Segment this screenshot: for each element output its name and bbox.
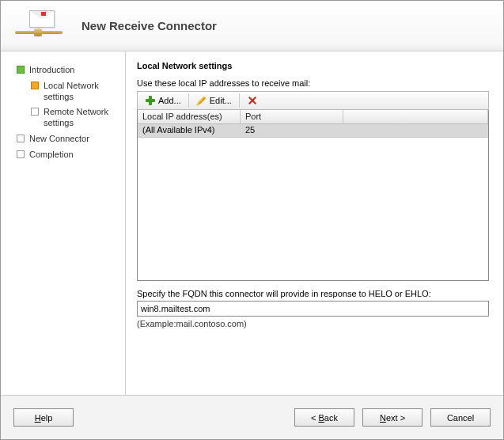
- add-button[interactable]: Add...: [139, 93, 187, 108]
- col-header-port[interactable]: Port: [241, 110, 343, 123]
- fqdn-label: Specify the FQDN this connector will pro…: [137, 289, 489, 298]
- ip-toolbar: Add... Edit...: [137, 91, 489, 110]
- step-current-icon: [31, 82, 39, 89]
- fqdn-example: (Example:mail.contoso.com): [137, 319, 489, 328]
- nav-step-local-network[interactable]: Local Network settings: [17, 78, 119, 105]
- pencil-icon: [196, 95, 207, 106]
- help-button[interactable]: Help: [13, 408, 74, 427]
- step-done-icon: [17, 66, 25, 74]
- wizard-page: Local Network settings Use these local I…: [126, 51, 503, 395]
- nav-step-introduction[interactable]: Introduction: [17, 63, 119, 78]
- wizard-title: New Receive Connector: [81, 19, 217, 32]
- step-pending-icon: [17, 150, 25, 158]
- plus-icon: [145, 95, 156, 106]
- back-button[interactable]: < Back: [294, 408, 354, 427]
- col-header-empty: [343, 110, 488, 123]
- step-pending-icon: [31, 108, 39, 116]
- fqdn-input[interactable]: [137, 301, 489, 317]
- cell-port: 25: [241, 124, 343, 137]
- nav-step-remote-network[interactable]: Remote Network settings: [17, 104, 119, 131]
- cell-ip: (All Available IPv4): [138, 124, 241, 137]
- wizard-header: New Receive Connector: [1, 1, 503, 51]
- step-pending-icon: [17, 135, 25, 142]
- grid-header: Local IP address(es) Port: [138, 110, 488, 124]
- nav-step-completion[interactable]: Completion: [17, 147, 119, 163]
- ip-address-grid[interactable]: Local IP address(es) Port (All Available…: [137, 110, 489, 281]
- next-button[interactable]: Next >: [362, 408, 423, 427]
- table-row[interactable]: (All Available IPv4) 25: [138, 124, 488, 138]
- delete-x-icon: [247, 95, 258, 106]
- page-title: Local Network settings: [137, 61, 489, 70]
- delete-button[interactable]: [241, 93, 263, 108]
- nav-step-new-connector[interactable]: New Connector: [17, 131, 119, 147]
- connector-icon: [15, 9, 63, 44]
- col-header-ip[interactable]: Local IP address(es): [138, 110, 241, 123]
- wizard-footer: Help < Back Next > Cancel: [1, 395, 503, 439]
- edit-button[interactable]: Edit...: [191, 93, 237, 108]
- instruction-text: Use these local IP addresses to receive …: [137, 78, 489, 88]
- wizard-steps-sidebar: Introduction Local Network settings Remo…: [1, 51, 126, 395]
- cancel-button[interactable]: Cancel: [430, 408, 491, 427]
- toolbar-separator: [188, 93, 189, 108]
- toolbar-separator: [239, 93, 240, 108]
